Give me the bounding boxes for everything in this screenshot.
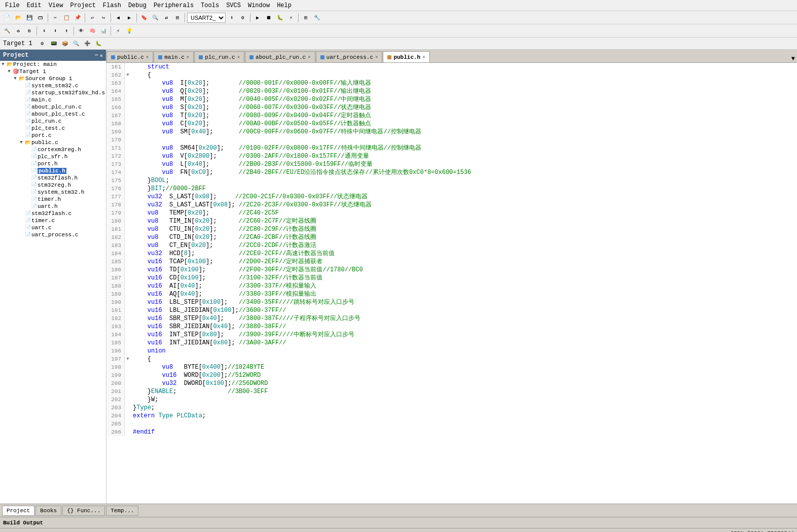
tab-close-btn[interactable]: ✕ <box>308 54 310 60</box>
flash2-btn[interactable]: 💡 <box>124 26 134 36</box>
sidebar-item-startup_stm32f10x_hds[interactable]: 📄startup_stm32f10x_hd.s <box>0 89 106 96</box>
sidebar-item-portc[interactable]: 📄port.c <box>0 132 106 139</box>
open-btn[interactable]: 📂 <box>13 13 23 23</box>
menu-help[interactable]: Help <box>274 1 295 10</box>
rebuild-btn[interactable]: ♻ <box>13 26 23 36</box>
sidebar-item-publich[interactable]: 📄public.h <box>0 167 106 174</box>
sidebar-item-about_plc_runc[interactable]: 📄about_plc_run.c <box>0 103 106 111</box>
tab-close-btn[interactable]: ✕ <box>237 54 240 60</box>
find-btn[interactable]: 🔍 <box>150 13 160 23</box>
sidebar-item-stm32flashc[interactable]: 📄stm32flash.c <box>0 210 106 217</box>
sidebar-item-source-group[interactable]: ▼📂Source Group 1 <box>0 75 106 82</box>
sidebar-item-mainc[interactable]: 📄main.c <box>0 96 106 103</box>
menu-tools[interactable]: Tools <box>198 1 222 10</box>
select-device-btn[interactable]: 📟 <box>49 39 59 49</box>
run-btn[interactable]: ▶ <box>252 13 263 23</box>
debug-btn[interactable]: 🐛 <box>275 13 285 23</box>
tab-main_c[interactable]: main.c✕ <box>154 51 194 62</box>
nav-fwd-btn[interactable]: ▶ <box>124 13 134 23</box>
menu-project[interactable]: Project <box>67 1 98 10</box>
menu-flash[interactable]: Flash <box>100 1 124 10</box>
tab-public_h[interactable]: public.h✕ <box>383 51 429 62</box>
add-file-btn[interactable]: ➕ <box>82 39 92 49</box>
nav-back-btn[interactable]: ◀ <box>113 13 123 23</box>
sidebar-close-btn[interactable]: ✕ <box>99 52 103 59</box>
sidebar-item-plc_sfrh[interactable]: 📄plc_sfr.h <box>0 153 106 160</box>
sidebar-item-system_stm32c[interactable]: 📄system_stm32.c <box>0 82 106 89</box>
copy-btn[interactable]: 📋 <box>61 13 71 23</box>
sidebar-minimize-btn[interactable]: − <box>95 52 98 59</box>
sidebar-item-system_stm32h[interactable]: 📄system_stm32.h <box>0 189 106 196</box>
tools2-btn[interactable]: 🔧 <box>312 13 322 23</box>
tab-close-btn[interactable]: ✕ <box>375 54 378 60</box>
stop-btn[interactable]: ⏹ <box>264 13 274 23</box>
save-btn[interactable]: 💾 <box>24 13 34 23</box>
target-settings-btn[interactable]: ⚙ <box>38 39 48 49</box>
save-all-btn[interactable]: 🗃 <box>35 13 46 23</box>
expand-icon[interactable]: ▼ <box>12 76 18 81</box>
menu-debug[interactable]: Debug <box>125 1 150 10</box>
expand-icon[interactable]: ▼ <box>6 69 12 74</box>
paste-btn[interactable]: 📌 <box>73 13 83 23</box>
expand-icon[interactable]: ▼ <box>0 62 6 67</box>
step2-btn[interactable]: ⬇ <box>50 26 60 36</box>
sidebar-item-uart_processc[interactable]: 📄uart_process.c <box>0 231 106 238</box>
sidebar-item-stm32regh[interactable]: 📄stm32reg.h <box>0 182 106 189</box>
menu-window[interactable]: Window <box>245 1 273 10</box>
new-file-btn[interactable]: 📄 <box>2 13 12 23</box>
cut-btn[interactable]: ✂ <box>50 13 60 23</box>
bottom-tab-books[interactable]: Books <box>35 506 61 516</box>
sidebar-item-target1[interactable]: ▼🎯Target 1 <box>0 68 106 75</box>
menu-edit[interactable]: Edit <box>24 1 45 10</box>
tab-uart_process_c[interactable]: uart_process.c✕ <box>316 51 383 62</box>
menu-view[interactable]: View <box>46 1 66 10</box>
sidebar-item-project-main[interactable]: ▼📂Project: main <box>0 61 106 68</box>
collapse-marker[interactable]: ▼ <box>125 71 131 79</box>
settings-btn[interactable]: ⚙ <box>238 13 248 23</box>
sidebar-item-timerc[interactable]: 📄timer.c <box>0 217 106 224</box>
bottom-tab-project[interactable]: Project <box>2 506 34 516</box>
manage-btn[interactable]: 📦 <box>60 39 70 49</box>
tab-close-btn[interactable]: ✕ <box>187 54 189 60</box>
menu-peripherals[interactable]: Peripherals <box>151 1 197 10</box>
compile-btn[interactable]: ⚙ <box>24 26 34 36</box>
grid-btn[interactable]: ⊞ <box>301 13 311 23</box>
flash-btn[interactable]: ⚡ <box>113 26 123 36</box>
find-all-btn[interactable]: ⊞ <box>172 13 183 23</box>
debug2-btn[interactable]: ⚡ <box>286 13 296 23</box>
sidebar-item-uarth[interactable]: 📄uart.h <box>0 203 106 210</box>
tab-close-btn[interactable]: ✕ <box>422 54 425 60</box>
undo-btn[interactable]: ↩ <box>87 13 97 23</box>
sidebar-item-stm32flashh[interactable]: 📄stm32flash.h <box>0 174 106 182</box>
stepout-btn[interactable]: ⬆ <box>61 26 71 36</box>
tab-plc_run_c[interactable]: plc_run.c✕ <box>194 51 244 62</box>
sidebar-item-about_plc_testc[interactable]: 📄about_plc_test.c <box>0 111 106 118</box>
tab-public_c[interactable]: public.c✕ <box>106 51 153 62</box>
tab-close-btn[interactable]: ✕ <box>146 54 149 60</box>
replace-btn[interactable]: ⇄ <box>161 13 171 23</box>
bottom-tab-func[interactable]: {} Func... <box>62 506 105 516</box>
tab-about_plc_run_c[interactable]: about_plc_run.c✕ <box>245 51 315 62</box>
mem-btn[interactable]: 🧠 <box>87 26 97 36</box>
build-btn[interactable]: 🔨 <box>2 26 12 36</box>
menu-svcs[interactable]: SVCS <box>223 1 244 10</box>
debug2-btn2[interactable]: 🐛 <box>93 39 103 49</box>
step-btn[interactable]: ⬇ <box>39 26 49 36</box>
sidebar-item-porth[interactable]: 📄port.h <box>0 160 106 167</box>
menu-file[interactable]: File <box>2 1 23 10</box>
sidebar-item-cortexm3regh[interactable]: 📄cortexm3reg.h <box>0 146 106 153</box>
code-area[interactable]: 161 struct162▼ {163 vu8 I[0x20]; //0000-… <box>106 63 797 504</box>
bookmark-btn[interactable]: 🔖 <box>139 13 149 23</box>
download-btn[interactable]: ⬇ <box>227 13 237 23</box>
watch-btn[interactable]: 👁 <box>76 26 86 36</box>
sidebar-item-timerh[interactable]: 📄timer.h <box>0 196 106 203</box>
expand-icon[interactable]: ▼ <box>18 140 24 145</box>
collapse-marker[interactable]: ▼ <box>125 355 131 363</box>
tab-dropdown-btn[interactable]: ▼ <box>789 55 797 62</box>
bottom-tab-templ[interactable]: Temp... <box>106 506 138 516</box>
sidebar-item-publicc-folder[interactable]: ▼📂public.c <box>0 139 106 146</box>
reg-btn[interactable]: 📊 <box>98 26 108 36</box>
sidebar-item-uartc[interactable]: 📄uart.c <box>0 224 106 231</box>
redo-btn[interactable]: ↪ <box>98 13 108 23</box>
target-combo[interactable]: USART2_ <box>187 13 226 23</box>
